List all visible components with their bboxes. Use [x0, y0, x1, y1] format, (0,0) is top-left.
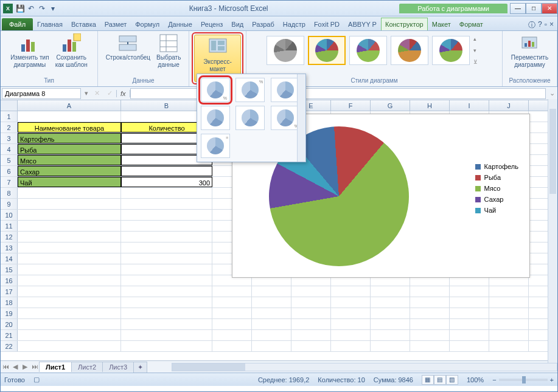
styles-down-icon[interactable]: ▾ [473, 47, 482, 53]
close-button[interactable]: ✕ [542, 3, 557, 14]
next-sheet-icon[interactable]: ▶ [20, 363, 30, 371]
first-sheet-icon[interactable]: ⏮ [1, 363, 10, 371]
prev-sheet-icon[interactable]: ◀ [10, 363, 20, 371]
sheet-tab-1[interactable]: Лист1 [39, 362, 72, 372]
macro-record-icon[interactable]: ▢ [33, 376, 40, 383]
layout-option-4[interactable] [201, 106, 230, 130]
minimize-ribbon-icon[interactable]: ⓘ [528, 20, 535, 30]
switch-row-col-button[interactable]: Строка/столбец [103, 32, 153, 70]
row-header[interactable]: 20 [1, 319, 18, 329]
qat-more-icon[interactable]: ▾ [48, 4, 58, 13]
cell[interactable]: 300 [121, 177, 212, 187]
row-header[interactable]: 10 [1, 210, 18, 220]
chart-style-2[interactable] [308, 36, 346, 65]
row-header[interactable]: 9 [1, 199, 18, 209]
fx-icon[interactable]: fx [116, 90, 130, 97]
tab-format-chart[interactable]: Формат [455, 18, 487, 30]
row-header[interactable]: 3 [1, 133, 18, 143]
row-header[interactable]: 7 [1, 177, 18, 187]
col-header-j[interactable]: J [489, 100, 529, 111]
move-chart-button[interactable]: Переместить диаграмму [509, 32, 551, 70]
redo-icon[interactable]: ↷ [37, 4, 47, 13]
layout-option-5[interactable] [235, 106, 265, 130]
vertical-scrollbar[interactable] [548, 99, 557, 366]
cell[interactable]: Чай [18, 177, 121, 187]
cell[interactable]: Мясо [18, 155, 121, 165]
new-sheet-button[interactable]: ✦ [133, 362, 147, 373]
row-header[interactable]: 4 [1, 144, 18, 154]
tab-view[interactable]: Вид [227, 18, 248, 30]
layout-option-6[interactable]: % [271, 106, 300, 130]
horizontal-scrollbar[interactable] [172, 363, 557, 371]
tab-insert[interactable]: Вставка [67, 18, 100, 30]
cell[interactable]: Рыба [18, 144, 121, 154]
layout-option-1[interactable]: % [201, 78, 230, 102]
tab-design[interactable]: Конструктор [381, 18, 428, 30]
chart-style-4[interactable] [391, 36, 428, 65]
cell[interactable] [121, 166, 212, 176]
name-box[interactable]: Диаграмма 8 [2, 88, 81, 99]
row-header[interactable]: 21 [1, 330, 18, 340]
tab-data[interactable]: Данные [164, 18, 197, 30]
tab-abbyy[interactable]: ABBYY P [344, 18, 381, 30]
zoom-in-icon[interactable]: + [550, 376, 554, 383]
row-header[interactable]: 2 [1, 122, 18, 132]
file-tab[interactable]: Файл [2, 18, 33, 30]
col-header-f[interactable]: F [331, 100, 371, 111]
tab-developer[interactable]: Разраб [248, 18, 279, 30]
select-all-corner[interactable] [1, 100, 18, 111]
view-page-break-icon[interactable]: ▧ [446, 375, 458, 385]
styles-more-icon[interactable]: ⊻ [473, 59, 482, 65]
save-template-button[interactable]: Сохранить как шаблон [53, 32, 90, 70]
view-page-layout-icon[interactable]: ▤ [434, 375, 446, 385]
row-header[interactable]: 5 [1, 155, 18, 165]
zoom-level[interactable]: 100% [467, 376, 484, 383]
layout-option-3[interactable] [271, 78, 300, 102]
maximize-button[interactable]: □ [526, 3, 542, 14]
cell[interactable]: Сахар [18, 166, 121, 176]
row-header[interactable]: 13 [1, 242, 18, 253]
row-header[interactable]: 22 [1, 341, 18, 351]
restore-workbook-icon[interactable]: ▫ [545, 20, 547, 30]
dropdown-scrollbar[interactable] [297, 74, 305, 162]
row-header[interactable]: 1 [1, 111, 18, 122]
select-data-button[interactable]: Выбрать данные [154, 32, 183, 70]
tab-formulas[interactable]: Формул [131, 18, 164, 30]
tab-addins[interactable]: Надстр [279, 18, 310, 30]
tab-foxit[interactable]: Foxit PD [310, 18, 344, 30]
row-header[interactable]: 15 [1, 264, 18, 275]
name-box-dropdown-icon[interactable]: ▾ [82, 89, 91, 97]
undo-icon[interactable]: ↶ [26, 4, 36, 13]
chart-style-5[interactable] [432, 36, 470, 65]
zoom-out-icon[interactable]: − [492, 376, 496, 383]
zoom-track[interactable] [499, 379, 548, 381]
row-header[interactable]: 6 [1, 166, 18, 176]
zoom-slider[interactable]: − + [492, 376, 554, 383]
close-workbook-icon[interactable]: × [549, 20, 554, 30]
cell[interactable]: Картофель [18, 133, 121, 143]
col-header-h[interactable]: H [410, 100, 450, 111]
expand-formula-icon[interactable]: ⌄ [547, 89, 557, 97]
col-header-i[interactable]: I [450, 100, 489, 111]
row-header[interactable]: 16 [1, 275, 18, 286]
help-icon[interactable]: ? [538, 20, 542, 30]
chart-style-3[interactable] [349, 36, 387, 65]
col-header-a[interactable]: A [18, 100, 121, 111]
tab-review[interactable]: Реценз [197, 18, 227, 30]
row-header[interactable]: 18 [1, 297, 18, 308]
layout-option-7[interactable]: ≡ [201, 134, 230, 158]
row-header[interactable]: 8 [1, 188, 18, 198]
zoom-knob[interactable] [522, 376, 526, 383]
row-header[interactable]: 19 [1, 308, 18, 318]
sheet-tab-2[interactable]: Лист2 [71, 362, 103, 372]
tab-home[interactable]: Главная [33, 18, 67, 30]
row-header[interactable]: 17 [1, 286, 18, 297]
styles-up-icon[interactable]: ▴ [473, 36, 482, 42]
sheet-tab-3[interactable]: Лист3 [102, 362, 134, 372]
tab-layout-chart[interactable]: Макет [428, 18, 455, 30]
chart-style-1[interactable] [267, 36, 304, 65]
formula-input[interactable] [130, 88, 546, 99]
last-sheet-icon[interactable]: ⏭ [30, 363, 40, 371]
tab-layout[interactable]: Размет [100, 18, 131, 30]
row-header[interactable]: 12 [1, 232, 18, 242]
